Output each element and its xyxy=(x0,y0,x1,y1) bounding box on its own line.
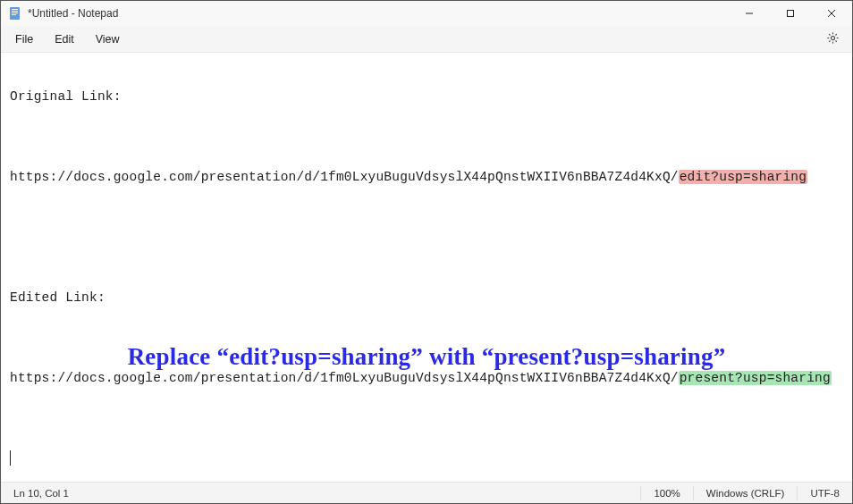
svg-line-14 xyxy=(829,34,830,35)
menu-edit[interactable]: Edit xyxy=(44,29,85,49)
original-suffix-highlight: edit?usp=sharing xyxy=(679,170,807,184)
svg-rect-6 xyxy=(788,11,794,17)
menu-view[interactable]: View xyxy=(85,29,131,49)
url-prefix: https://docs.google.com/presentation/d/1… xyxy=(10,170,679,184)
line-heading-edited: Edited Link: xyxy=(10,288,843,307)
gear-icon xyxy=(826,31,840,47)
status-zoom[interactable]: 100% xyxy=(641,488,692,499)
edited-suffix-highlight: present?usp=sharing xyxy=(679,371,832,385)
titlebar: *Untitled - Notepad xyxy=(1,1,852,26)
svg-line-17 xyxy=(829,40,830,41)
status-encoding: UTF-8 xyxy=(798,488,852,499)
svg-point-9 xyxy=(831,36,834,39)
statusbar: Ln 10, Col 1 100% Windows (CRLF) UTF-8 xyxy=(1,482,852,503)
svg-line-16 xyxy=(836,34,837,35)
text-cursor xyxy=(10,450,11,466)
notepad-app-icon xyxy=(8,6,22,21)
settings-button[interactable] xyxy=(817,28,849,51)
url-prefix: https://docs.google.com/presentation/d/1… xyxy=(10,371,679,385)
status-position: Ln 10, Col 1 xyxy=(1,488,81,499)
svg-rect-1 xyxy=(12,9,18,10)
menubar: File Edit View xyxy=(1,26,852,53)
line-edited-link: https://docs.google.com/presentation/d/1… xyxy=(10,368,843,388)
close-button[interactable] xyxy=(811,1,852,26)
editor-area[interactable]: Original Link: https://docs.google.com/p… xyxy=(1,53,852,482)
minimize-button[interactable] xyxy=(729,1,770,26)
svg-rect-2 xyxy=(12,11,18,12)
status-line-ending: Windows (CRLF) xyxy=(694,488,798,499)
line-original-link: https://docs.google.com/presentation/d/1… xyxy=(10,167,843,187)
svg-rect-4 xyxy=(12,14,16,15)
maximize-button[interactable] xyxy=(770,1,811,26)
menu-file[interactable]: File xyxy=(4,29,44,49)
window-title: *Untitled - Notepad xyxy=(28,7,118,20)
line-heading-original: Original Link: xyxy=(10,87,843,106)
svg-rect-3 xyxy=(12,13,18,13)
svg-line-15 xyxy=(836,40,837,41)
